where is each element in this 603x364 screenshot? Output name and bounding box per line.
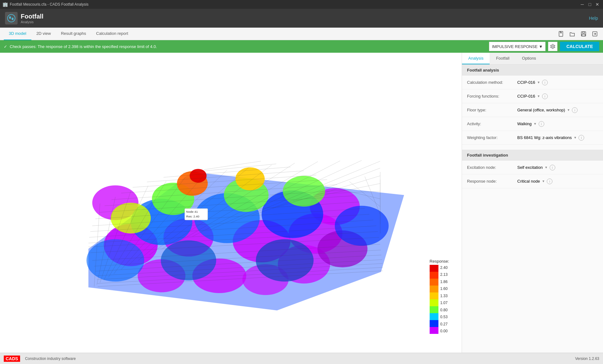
footfall-logo-svg xyxy=(7,14,16,23)
tab-calculation-report[interactable]: Calculation report xyxy=(91,28,133,40)
svg-point-0 xyxy=(8,14,15,22)
logo-icon xyxy=(5,12,18,24)
legend-value-2: 2.13 xyxy=(440,272,448,277)
floor-type-text: General (office, workshop) xyxy=(517,108,565,112)
color-legend: Response: 2.40 2.13 1.86 xyxy=(430,259,449,334)
help-link[interactable]: Help xyxy=(589,16,598,21)
svg-rect-6 xyxy=(582,34,585,36)
excitation-node-info[interactable]: i xyxy=(550,165,555,170)
settings-button[interactable] xyxy=(548,42,557,51)
panel-tab-analysis[interactable]: Analysis xyxy=(462,53,490,64)
legend-color-1 xyxy=(430,265,438,272)
forcing-functions-info[interactable]: i xyxy=(542,94,548,99)
footfall-analysis-section-title: Footfall analysis xyxy=(462,65,603,76)
panel-tab-footfall[interactable]: Footfall xyxy=(490,53,516,64)
svg-text:Node 41: Node 41 xyxy=(186,210,198,213)
activity-info[interactable]: i xyxy=(539,121,544,127)
tab-3d-model[interactable]: 3D model xyxy=(4,28,31,40)
window-icon: 🏢 xyxy=(3,2,8,7)
svg-point-31 xyxy=(111,203,151,233)
legend-color-10 xyxy=(430,327,438,334)
legend-color-9 xyxy=(430,320,438,327)
legend-value-8: 0.53 xyxy=(440,315,448,319)
footfall-investigation-section-title: Footfall investigation xyxy=(462,150,603,161)
forcing-functions-value: CCIP-016 ▼ i xyxy=(517,94,598,99)
panel-tab-options[interactable]: Options xyxy=(516,53,542,64)
open-file-button[interactable] xyxy=(568,29,577,38)
legend-value-6: 1.07 xyxy=(440,301,448,305)
legend-value-9: 0.27 xyxy=(440,322,448,326)
response-node-info[interactable]: i xyxy=(547,179,552,184)
bottom-bar: CADS Construction industry software Vers… xyxy=(0,353,603,364)
weighting-factor-label: Weighting factor: xyxy=(467,135,517,140)
legend-title: Response: xyxy=(430,259,449,264)
tab-2d-view[interactable]: 2D view xyxy=(31,28,56,40)
section-spacer xyxy=(462,145,603,150)
activity-chevron: ▼ xyxy=(534,122,537,126)
dropdown-arrow-icon: ▼ xyxy=(539,44,543,49)
save-button[interactable] xyxy=(579,29,588,38)
export-button[interactable] xyxy=(590,29,599,38)
response-node-value: Critical node ▼ i xyxy=(517,179,598,184)
maximize-button[interactable]: □ xyxy=(587,1,593,8)
main-toolbar: 3D model 2D view Result graphs Calculati… xyxy=(0,28,603,40)
3d-floor-svg: Node 41 Res: 2.40 xyxy=(0,53,462,353)
save-icon xyxy=(580,31,587,37)
logo-subtitle: Analysis xyxy=(21,20,43,24)
legend-color-5 xyxy=(430,292,438,299)
version-label: Version 1.2.63 xyxy=(575,356,599,361)
floor-type-field: Floor type: General (office, workshop) ▼… xyxy=(462,103,603,117)
status-controls: IMPULSIVE RESPONSE ▼ CALCULATE xyxy=(489,42,599,51)
title-bar: 🏢 Footfall Mescouris.cfa - CADS Footfall… xyxy=(0,0,603,9)
svg-rect-5 xyxy=(583,32,584,33)
legend-values: 2.40 2.13 1.86 1.60 1.33 1.07 0.80 0.53 … xyxy=(440,265,448,334)
app-header: Footfall Analysis Help xyxy=(0,9,603,28)
response-node-text: Critical node xyxy=(517,179,540,184)
weighting-factor-text: BS 6841 Wg: z-axis vibrations xyxy=(517,135,572,140)
svg-point-8 xyxy=(552,46,554,47)
bottom-bar-description: Construction industry software xyxy=(25,356,76,361)
activity-field: Activity: Walking ▼ i xyxy=(462,117,603,131)
calculation-method-label: Calculation method: xyxy=(467,80,517,85)
legend-value-1: 2.40 xyxy=(440,265,448,270)
floor-type-value: General (office, workshop) ▼ i xyxy=(517,107,598,113)
legend-value-7: 0.80 xyxy=(440,308,448,312)
legend-value-5: 1.33 xyxy=(440,294,448,298)
forcing-functions-chevron: ▼ xyxy=(537,94,540,98)
legend-color-2 xyxy=(430,272,438,279)
response-type-dropdown[interactable]: IMPULSIVE RESPONSE ▼ xyxy=(489,42,546,51)
status-bar: ✓ Check passes: The response of 2.398 is… xyxy=(0,40,603,53)
check-icon: ✓ xyxy=(4,44,7,49)
floor-type-info[interactable]: i xyxy=(572,107,578,113)
export-icon xyxy=(592,31,598,37)
calculation-method-chevron: ▼ xyxy=(537,81,540,84)
legend-bar xyxy=(430,265,438,334)
response-type-label: IMPULSIVE RESPONSE xyxy=(492,44,537,49)
excitation-node-value: Self excitation ▼ i xyxy=(517,165,598,170)
calculation-method-field: Calculation method: CCIP-016 ▼ i xyxy=(462,76,603,89)
legend-color-6 xyxy=(430,299,438,306)
svg-line-56 xyxy=(183,164,276,173)
minimize-button[interactable]: ─ xyxy=(579,1,585,8)
calculate-button[interactable]: CALCULATE xyxy=(560,42,599,51)
cads-logo: CADS xyxy=(4,356,20,362)
svg-point-2 xyxy=(12,18,14,20)
close-button[interactable]: ✕ xyxy=(594,1,600,8)
app-logo: Footfall Analysis xyxy=(5,12,43,24)
svg-point-25 xyxy=(335,206,389,246)
tab-result-graphs[interactable]: Result graphs xyxy=(56,28,91,40)
calculation-method-value: CCIP-016 ▼ i xyxy=(517,80,598,85)
response-node-chevron: ▼ xyxy=(542,179,545,183)
new-file-button[interactable] xyxy=(557,29,565,38)
calculation-method-info[interactable]: i xyxy=(542,80,548,85)
excitation-node-field: Excitation node: Self excitation ▼ i xyxy=(462,161,603,174)
legend-value-3: 1.86 xyxy=(440,280,448,284)
weighting-factor-info[interactable]: i xyxy=(579,135,584,141)
activity-text: Walking xyxy=(517,121,532,126)
forcing-functions-field: Forcing functions: CCIP-016 ▼ i xyxy=(462,89,603,103)
response-node-field: Response node: Critical node ▼ i xyxy=(462,174,603,188)
legend-value-4: 1.60 xyxy=(440,286,448,291)
panel-tabs: Analysis Footfall Options xyxy=(462,53,603,65)
window-title: Footfall Mescouris.cfa - CADS Footfall A… xyxy=(10,2,89,7)
view-area[interactable]: Node 41 Res: 2.40 Response: xyxy=(0,53,462,353)
